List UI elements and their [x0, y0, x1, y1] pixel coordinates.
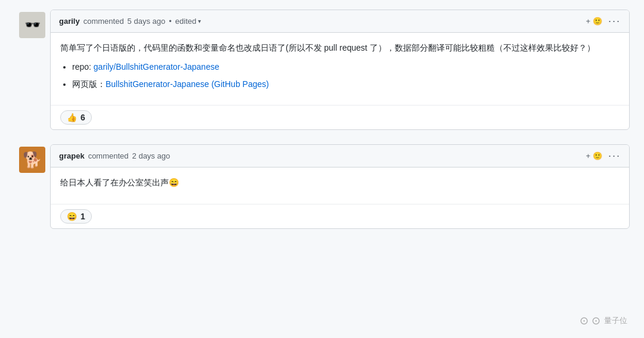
- add-reaction-button-2[interactable]: + 🙂: [586, 151, 602, 160]
- add-icon: +: [586, 17, 590, 26]
- comment-header-right-1: + 🙂 ···: [586, 15, 621, 27]
- comment-header-1: garily commented 5 days ago • edited ▾ +…: [51, 10, 629, 33]
- list-item-1: repo: garily/BullshitGenerator-Japanese: [72, 60, 620, 73]
- avatar-col: 🕶️: [14, 10, 50, 130]
- comment-card-2: grapek commented 2 days ago + 🙂 ··· 给日本人…: [50, 144, 630, 228]
- more-options-button-1[interactable]: ···: [608, 15, 621, 27]
- list-item-1-link[interactable]: garily/BullshitGenerator-Japanese: [94, 62, 219, 72]
- thumbsup-count-1: 6: [80, 113, 85, 122]
- comment-text-1: 简单写了个日语版的，代码里的函数和变量命名也改成日语了(所以不发 pull re…: [60, 41, 620, 54]
- emoji-icon: 🙂: [593, 17, 602, 26]
- watermark-logo: ⊙ ⊙: [580, 314, 600, 327]
- comment-text-2: 给日本人看了在办公室笑出声😄: [60, 176, 620, 189]
- add-reaction-button-1[interactable]: + 🙂: [586, 17, 602, 26]
- avatar-emoji-2: 🐕: [23, 151, 42, 169]
- edited-chevron-icon[interactable]: ▾: [198, 18, 201, 24]
- list-item-1-prefix: repo:: [72, 62, 94, 72]
- comment-header-left: garily commented 5 days ago • edited ▾: [59, 17, 201, 26]
- list-item-2-link[interactable]: BullshitGenerator-Japanese (GitHub Pages…: [106, 79, 269, 89]
- comment-action-1: commented: [83, 17, 124, 26]
- comment-header-2: grapek commented 2 days ago + 🙂 ···: [51, 145, 629, 168]
- watermark: ⊙ ⊙ 量子位: [580, 314, 627, 327]
- comment-action-2: commented: [88, 151, 129, 160]
- avatar: 🕶️: [19, 12, 45, 38]
- smile-emoji: 😄: [67, 212, 77, 221]
- thumbsup-reaction-1[interactable]: 👍 6: [60, 110, 92, 125]
- comment-header-left-2: grapek commented 2 days ago: [59, 151, 170, 160]
- comment-time-2: 2 days ago: [132, 151, 171, 160]
- comment-list-1: repo: garily/BullshitGenerator-Japanese …: [72, 60, 620, 91]
- comment-time-1: 5 days ago: [128, 17, 166, 26]
- add-icon-2: +: [586, 151, 590, 160]
- smile-reaction-2[interactable]: 😄 1: [60, 209, 92, 224]
- comment-block-2: 🐕 grapek commented 2 days ago + 🙂 ···: [0, 144, 644, 228]
- comment-username-2[interactable]: grapek: [59, 151, 85, 160]
- comment-card-1: garily commented 5 days ago • edited ▾ +…: [50, 10, 630, 130]
- list-item-2-prefix: 网页版：: [72, 79, 106, 89]
- more-options-button-2[interactable]: ···: [608, 150, 621, 162]
- smile-count-2: 1: [80, 212, 85, 221]
- watermark-text: 量子位: [604, 315, 627, 326]
- avatar-2: 🐕: [19, 147, 45, 173]
- avatar-col-2: 🐕: [14, 144, 50, 228]
- comment-footer-1: 👍 6: [51, 105, 629, 129]
- page-wrapper: 🕶️ garily commented 5 days ago • edited …: [0, 0, 644, 338]
- edited-badge: edited ▾: [175, 17, 201, 26]
- emoji-icon-2: 🙂: [593, 151, 602, 160]
- comment-body-1: 简单写了个日语版的，代码里的函数和变量命名也改成日语了(所以不发 pull re…: [51, 33, 629, 105]
- comment-username-1[interactable]: garily: [59, 17, 80, 26]
- thumbsup-emoji: 👍: [67, 113, 77, 122]
- comment-separator-1: •: [169, 17, 172, 26]
- avatar-emoji: 🕶️: [24, 17, 41, 33]
- comment-block: 🕶️ garily commented 5 days ago • edited …: [0, 10, 644, 130]
- edited-label: edited: [175, 17, 196, 26]
- list-item-2: 网页版：BullshitGenerator-Japanese (GitHub P…: [72, 77, 620, 91]
- comment-header-right-2: + 🙂 ···: [586, 150, 621, 162]
- comment-footer-2: 😄 1: [51, 204, 629, 228]
- comment-body-2: 给日本人看了在办公室笑出声😄: [51, 168, 629, 203]
